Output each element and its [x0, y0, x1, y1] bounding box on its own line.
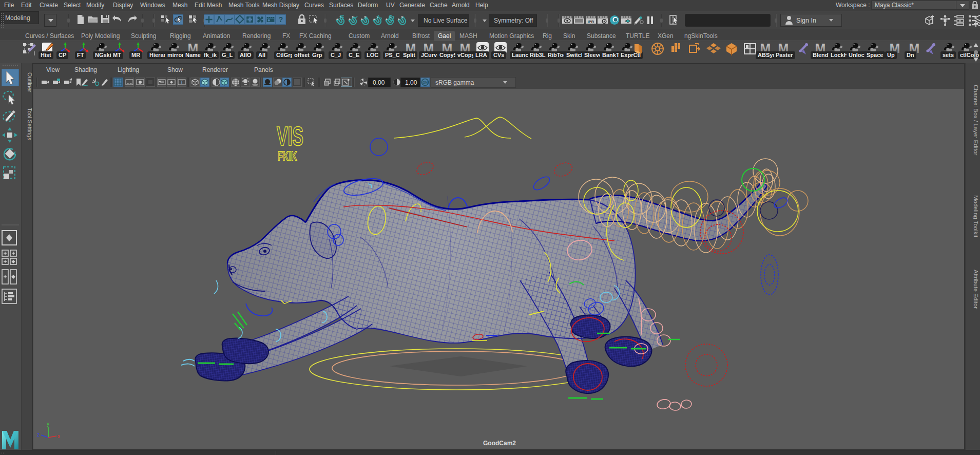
svg-text:FKIK: FKIK [278, 148, 297, 164]
svg-text:IPR: IPR [588, 20, 594, 24]
svg-text:x: x [57, 433, 60, 439]
svg-text:VIS: VIS [277, 121, 303, 151]
svg-text:ON: ON [422, 81, 428, 84]
svg-text:GoodCam2: GoodCam2 [483, 440, 516, 447]
svg-text:T: T [180, 80, 183, 85]
svg-text:?: ? [279, 15, 283, 24]
svg-text:y: y [47, 421, 49, 427]
svg-text:z: z [37, 432, 40, 438]
